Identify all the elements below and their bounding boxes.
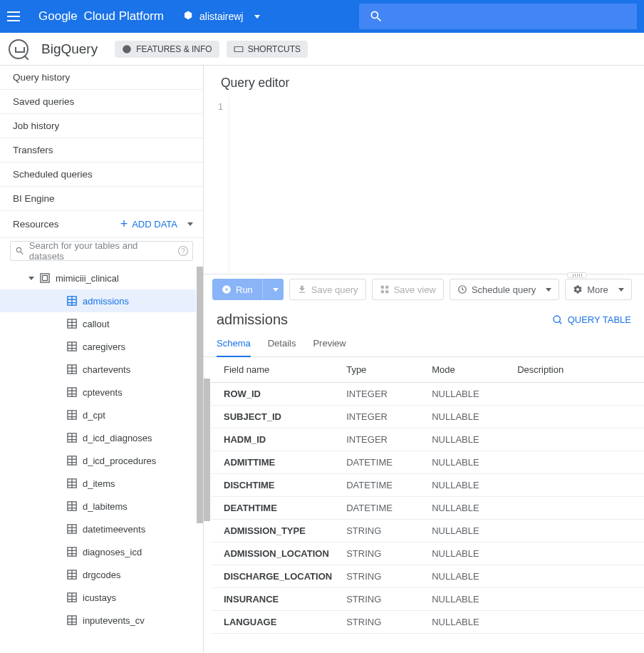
save-query-button[interactable]: Save query (289, 279, 366, 300)
field-name: LANGUAGE (211, 611, 339, 634)
sidebar-link-query-history[interactable]: Query history (0, 66, 203, 90)
table-icon (67, 547, 77, 557)
table-icon (67, 501, 77, 511)
table-row-inputevents_cv[interactable]: inputevents_cv (0, 609, 196, 632)
resize-handle[interactable] (567, 272, 587, 278)
table-name: diagnoses_icd (83, 547, 142, 557)
dataset-name: mimiciii_clinical (56, 273, 119, 284)
table-row-d_cpt[interactable]: d_cpt (0, 403, 196, 426)
field-name: SUBJECT_ID (211, 406, 339, 428)
field-mode: NULLABLE (425, 543, 510, 565)
table-row-admissions[interactable]: admissions (0, 289, 196, 312)
table-row-d_items[interactable]: d_items (0, 472, 196, 495)
help-icon[interactable]: ? (178, 246, 188, 256)
query-editor[interactable]: 1 (204, 98, 644, 274)
table-icon (67, 524, 77, 534)
table-row-icustays[interactable]: icustays (0, 586, 196, 609)
field-desc (510, 428, 644, 451)
editor-title: Query editor (204, 66, 644, 98)
resource-search-input[interactable]: Search for your tables and datasets ? (10, 241, 193, 261)
field-type: DATETIME (339, 451, 425, 474)
table-name: icustays (83, 592, 116, 603)
field-mode: NULLABLE (425, 520, 510, 543)
brand-light: Cloud Platform (84, 9, 164, 24)
run-label: Run (236, 284, 253, 295)
table-row-d_icd_procedures[interactable]: d_icd_procedures (0, 449, 196, 472)
field-type: DATETIME (339, 474, 425, 497)
schema-row: INSURANCESTRINGNULLABLE (211, 588, 644, 611)
table-row-diagnoses_icd[interactable]: diagnoses_icd (0, 540, 196, 563)
chevron-down-icon (546, 288, 551, 292)
field-name: ADMITTIME (211, 451, 339, 474)
field-mode: NULLABLE (425, 383, 510, 406)
schema-scrollbar[interactable] (204, 379, 210, 521)
table-row-callout[interactable]: callout (0, 312, 196, 335)
search-placeholder: Search for your tables and datasets (29, 240, 174, 262)
table-row-caregivers[interactable]: caregivers (0, 335, 196, 358)
keyboard-icon (234, 44, 244, 54)
table-row-datetimeevents[interactable]: datetimeevents (0, 518, 196, 540)
svg-rect-1 (234, 46, 243, 51)
more-button[interactable]: More (565, 279, 632, 300)
schedule-query-button[interactable]: Schedule query (450, 279, 559, 300)
menu-icon[interactable] (7, 8, 24, 25)
expand-icon (28, 277, 34, 280)
svg-rect-4 (41, 274, 49, 282)
save-query-label: Save query (311, 284, 358, 295)
search-icon (15, 246, 25, 256)
save-view-label: Save view (394, 284, 436, 295)
field-desc (510, 406, 644, 428)
sidebar-link-transfers[interactable]: Transfers (0, 138, 203, 163)
field-type: INTEGER (339, 406, 425, 428)
table-row-d_icd_diagnoses[interactable]: d_icd_diagnoses (0, 426, 196, 449)
chevron-down-icon (254, 15, 260, 19)
table-row-d_labitems[interactable]: d_labitems (0, 495, 196, 518)
table-icon (67, 296, 77, 306)
tab-details[interactable]: Details (268, 338, 296, 356)
svg-rect-69 (380, 290, 383, 293)
field-mode: NULLABLE (425, 406, 510, 428)
sidebar-link-job-history[interactable]: Job history (0, 114, 203, 138)
bigquery-icon (9, 39, 28, 59)
schedule-label: Schedule query (472, 284, 536, 295)
tab-preview[interactable]: Preview (313, 338, 346, 356)
features-info-chip[interactable]: FEATURES & INFO (115, 41, 219, 58)
schema-row: ADMITTIMEDATETIMENULLABLE (211, 451, 644, 474)
add-data-button[interactable]: + ADD DATA (120, 217, 193, 232)
run-dropdown[interactable] (262, 279, 284, 300)
editor-body[interactable] (229, 98, 644, 274)
project-picker[interactable]: alistairewj (184, 11, 260, 22)
sidebar-link-saved-queries[interactable]: Saved queries (0, 90, 203, 114)
schema-row: DISCHTIMEDATETIMENULLABLE (211, 474, 644, 497)
sidebar-link-scheduled-queries[interactable]: Scheduled queries (0, 163, 203, 187)
table-row-cptevents[interactable]: cptevents (0, 381, 196, 403)
gear-icon (573, 284, 583, 294)
schema-row: ADMISSION_LOCATIONSTRINGNULLABLE (211, 543, 644, 565)
field-name: DISCHARGE_LOCATION (211, 565, 339, 588)
table-row-drgcodes[interactable]: drgcodes (0, 563, 196, 586)
page-title: BigQuery (41, 41, 98, 57)
field-mode: NULLABLE (425, 588, 510, 611)
dataset-row[interactable]: mimiciii_clinical (0, 267, 196, 289)
tree-scrollbar[interactable] (197, 267, 203, 653)
shortcuts-chip[interactable]: SHORTCUTS (227, 41, 308, 58)
sidebar-link-bi-engine[interactable]: BI Engine (0, 187, 203, 211)
global-search[interactable] (359, 4, 637, 29)
schema-table: Field nameTypeModeDescription ROW_IDINTE… (211, 357, 644, 634)
field-type: INTEGER (339, 383, 425, 406)
query-table-button[interactable]: QUERY TABLE (552, 314, 631, 326)
table-row-chartevents[interactable]: chartevents (0, 358, 196, 381)
run-button[interactable]: Run (212, 279, 262, 300)
field-name: DEATHTIME (211, 497, 339, 520)
table-icon (67, 592, 77, 602)
tab-schema[interactable]: Schema (217, 338, 251, 357)
field-type: STRING (339, 520, 425, 543)
table-name: inputevents_cv (83, 615, 145, 626)
svg-point-0 (123, 45, 131, 53)
field-mode: NULLABLE (425, 497, 510, 520)
gcp-logo[interactable]: Google Cloud Platform (38, 9, 164, 24)
field-name: ROW_ID (211, 383, 339, 406)
col-type: Type (339, 357, 425, 383)
table-name: cptevents (83, 387, 123, 398)
save-view-button[interactable]: Save view (372, 279, 444, 300)
